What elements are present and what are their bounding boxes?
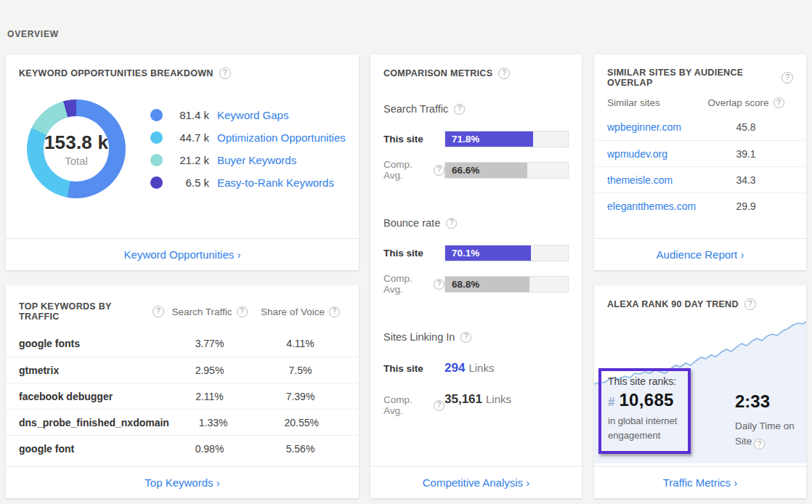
legend-dot-icon — [150, 109, 163, 121]
links-unit: Links — [486, 393, 511, 405]
search-traffic-value: 0.98% — [164, 443, 255, 455]
share-of-voice-value: 5.56% — [255, 443, 346, 455]
column-header-search-traffic: Search Traffic ? — [164, 306, 255, 317]
site-link[interactable]: wpmudev.org — [607, 148, 699, 160]
help-icon[interactable]: ? — [446, 218, 457, 229]
competitive-analysis-link[interactable]: Competitive Analysis › — [423, 476, 530, 489]
help-icon[interactable]: ? — [434, 279, 444, 290]
this-site-bar: 71.8% — [445, 131, 533, 147]
legend-value: 44.7 k — [173, 131, 209, 144]
search-traffic-value: 3.77% — [164, 338, 255, 349]
site-link[interactable]: wpbeginner.com — [607, 121, 699, 133]
help-icon[interactable]: ? — [434, 400, 444, 411]
keyword-name: facebook debugger — [19, 391, 164, 402]
comparison-metrics-card: COMPARISON METRICS ? Search Traffic ? Th… — [370, 54, 582, 498]
rank-subtext: in global internet engagement — [608, 414, 681, 443]
share-of-voice-value: 4.11% — [255, 338, 346, 349]
this-site-bar: 70.1% — [445, 245, 531, 261]
help-icon[interactable]: ? — [498, 68, 510, 79]
help-icon[interactable]: ? — [781, 72, 793, 84]
keyword-name: dns_probe_finished_nxdomain — [19, 417, 169, 428]
help-icon[interactable]: ? — [754, 439, 765, 450]
legend-value: 21.2 k — [173, 154, 209, 166]
bar-row-this-site: This site 71.8% — [370, 131, 582, 147]
metric-label-bounce-rate: Bounce rate ? — [370, 217, 582, 229]
column-header-overlap-score: Overlap score ? — [699, 97, 793, 108]
card-title: TOP KEYWORDS BY TRAFFIC — [19, 301, 147, 322]
table-row: elegantthemes.com 29.9 — [594, 192, 806, 219]
help-icon[interactable]: ? — [237, 306, 248, 317]
donut-total-label: Total — [65, 155, 88, 167]
comp-avg-links-value: 35,161 — [444, 392, 482, 407]
audience-report-link[interactable]: Audience Report › — [657, 248, 744, 261]
site-link[interactable]: themeisle.com — [607, 174, 699, 186]
search-traffic-value: 2.11% — [164, 391, 255, 402]
keyword-opportunities-link[interactable]: Keyword Opportunities › — [124, 248, 241, 261]
metric-label-search-traffic: Search Traffic ? — [370, 103, 582, 115]
daily-time-value: 2:33 — [735, 391, 811, 412]
traffic-metrics-link[interactable]: Traffic Metrics › — [663, 476, 738, 489]
search-traffic-value: 2.95% — [164, 365, 255, 376]
bar-row-label: Comp. Avg. ? — [383, 273, 444, 295]
overview-dashboard: OVERVIEW KEYWORD OPPORTUNITIES BREAKDOWN… — [0, 0, 812, 504]
legend-link-buyer-keywords[interactable]: Buyer Keywords — [217, 154, 296, 166]
search-traffic-value: 1.33% — [169, 417, 258, 428]
help-icon[interactable]: ? — [329, 306, 340, 317]
bar-row-this-site: This site 70.1% — [370, 245, 582, 261]
keyword-opportunities-card: KEYWORD OPPORTUNITIES BREAKDOWN ? 153.8 … — [6, 54, 359, 270]
legend-link-optimization-opportunities[interactable]: Optimization Opportunities — [217, 131, 346, 144]
legend-value: 6.5 k — [173, 176, 209, 189]
column-header-similar-sites: Similar sites — [607, 97, 699, 108]
section-label: OVERVIEW — [7, 29, 59, 39]
daily-time-block: 2:33 Daily Time on Site? — [735, 391, 811, 450]
help-icon[interactable]: ? — [153, 306, 164, 317]
help-icon[interactable]: ? — [774, 97, 784, 108]
share-of-voice-value: 7.39% — [255, 391, 346, 402]
donut-center: 153.8 k Total — [44, 116, 109, 182]
rank-value: 10,685 — [619, 390, 673, 410]
legend-item: 44.7 k Optimization Opportunities — [150, 131, 346, 144]
bar-row-comp-avg: Comp. Avg. ? 68.8% — [370, 273, 582, 295]
overlap-score: 29.9 — [699, 200, 793, 212]
similar-sites-card: SIMILAR SITES BY AUDIENCE OVERLAP ? Simi… — [594, 54, 806, 270]
legend-value: 81.4 k — [173, 109, 209, 121]
legend-link-keyword-gaps[interactable]: Keyword Gaps — [217, 109, 288, 121]
table-row: wpmudev.org 39.1 — [594, 140, 806, 166]
legend-item: 21.2 k Buyer Keywords — [150, 154, 346, 166]
legend-dot-icon — [150, 176, 163, 189]
help-icon[interactable]: ? — [219, 68, 231, 79]
keyword-name: google fonts — [19, 338, 164, 349]
table-row: google fonts 3.77% 4.11% — [6, 330, 359, 357]
rank-highlight-box: This site ranks: # 10,685 in global inte… — [598, 368, 691, 454]
card-title: SIMILAR SITES BY AUDIENCE OVERLAP — [607, 68, 776, 88]
table-row: dns_probe_finished_nxdomain 1.33% 20.55% — [6, 409, 359, 435]
bar-row-label: This site — [383, 134, 444, 145]
donut-legend: 81.4 k Keyword Gaps 44.7 k Optimization … — [150, 109, 346, 198]
bar-row-label: Comp. Avg. ? — [383, 159, 444, 181]
links-row-comp-avg: Comp. Avg. ? 35,161 Links — [370, 392, 582, 416]
help-icon[interactable]: ? — [434, 165, 444, 176]
top-keywords-card: TOP KEYWORDS BY TRAFFIC ? Search Traffic… — [6, 285, 359, 498]
table-row: wpbeginner.com 45.8 — [594, 114, 806, 140]
legend-link-easy-to-rank-keywords[interactable]: Easy-to-Rank Keywords — [217, 176, 334, 189]
table-row: themeisle.com 34.3 — [594, 166, 806, 192]
keyword-donut-chart: 153.8 k Total — [27, 99, 126, 198]
table-row: gtmetrix 2.95% 7.5% — [6, 357, 359, 383]
card-title: KEYWORD OPPORTUNITIES BREAKDOWN — [19, 68, 214, 78]
overlap-score: 34.3 — [699, 174, 793, 186]
hash-icon: # — [608, 395, 614, 410]
keyword-name: google font — [19, 443, 164, 455]
metric-label-sites-linking-in: Sites Linking In ? — [370, 331, 582, 343]
donut-total-value: 153.8 k — [44, 131, 108, 154]
comp-avg-bar: 68.8% — [445, 277, 529, 292]
links-unit: Links — [468, 362, 494, 374]
help-icon[interactable]: ? — [744, 298, 756, 310]
help-icon[interactable]: ? — [460, 332, 471, 343]
site-link[interactable]: elegantthemes.com — [607, 200, 699, 212]
table-row: google font 0.98% 5.56% — [6, 435, 359, 461]
this-site-links-value[interactable]: 294 — [444, 361, 465, 375]
bar-track: 68.8% — [444, 276, 569, 293]
top-keywords-link[interactable]: Top Keywords › — [145, 476, 219, 489]
help-icon[interactable]: ? — [454, 104, 465, 115]
overlap-score: 39.1 — [699, 148, 793, 160]
